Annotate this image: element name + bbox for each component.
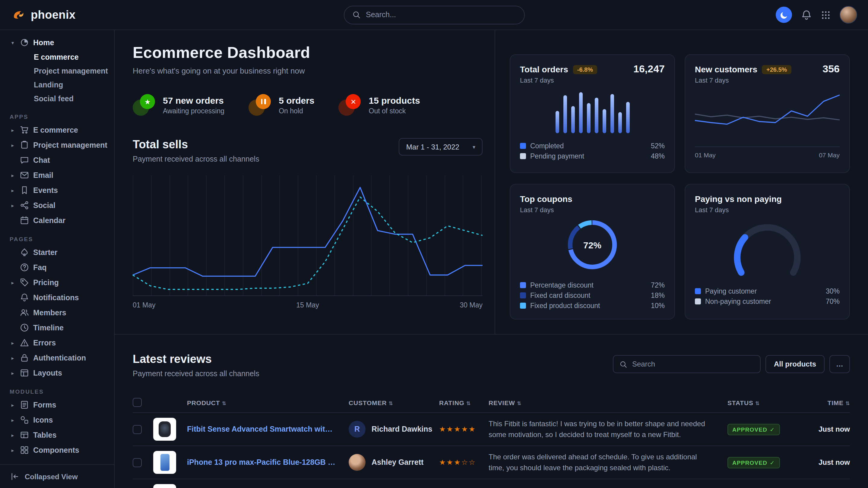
table-row: Fitbit Sense Advanced Smartwatch with To…: [133, 413, 850, 446]
sidebar-item-tables[interactable]: ▸Tables: [5, 427, 109, 443]
clock-icon: [20, 323, 29, 332]
theme-toggle-button[interactable]: [776, 7, 792, 23]
sidebar-item-forms[interactable]: ▸Forms: [5, 397, 109, 412]
status-badge: APPROVED ✓: [727, 424, 780, 435]
spade-icon: [20, 248, 29, 257]
sidebar-item-label: Forms: [33, 400, 56, 409]
sidebar-item-social[interactable]: ▸Social: [5, 198, 109, 213]
sidebar-item-pricing[interactable]: ▸Pricing: [5, 275, 109, 290]
sidebar-item-members[interactable]: Members: [5, 305, 109, 320]
total-orders-badge: -6.8%: [573, 65, 597, 74]
order-stats: ★57 new ordersAwaiting processing5 order…: [133, 93, 483, 116]
stat-value: 5 orders: [279, 95, 314, 105]
users-icon: [20, 308, 29, 317]
date-range-value: Mar 1 - 31, 2022: [406, 142, 459, 151]
sidebar-item-social-feed[interactable]: Social feed: [5, 92, 109, 105]
column-header-time[interactable]: TIME⇅: [803, 399, 850, 406]
sidebar-item-e-commerce[interactable]: ▸E commerce: [5, 122, 109, 137]
apps-grid-icon[interactable]: [821, 10, 831, 20]
sidebar-item-chat[interactable]: Chat: [5, 153, 109, 168]
notifications-bell-icon[interactable]: [801, 9, 812, 20]
sidebar-item-layouts[interactable]: ▸Layouts: [5, 365, 109, 380]
new-customers-card: New customers +26.5% Last 7 days 356 01 …: [685, 54, 850, 173]
sidebar-item-calendar[interactable]: Calendar: [5, 213, 109, 228]
global-search[interactable]: [343, 5, 525, 24]
legend-label: Pending payment: [530, 152, 584, 159]
review-time: Just now: [803, 425, 850, 433]
column-header-rating[interactable]: RATING⇅: [439, 399, 489, 406]
sidebar-item-icons[interactable]: ▸Icons: [5, 412, 109, 427]
donut-center-label: 72%: [565, 217, 620, 272]
reviews-search-input[interactable]: [632, 360, 754, 368]
column-header-customer[interactable]: CUSTOMER⇅: [349, 399, 439, 406]
star-icon: ★: [140, 94, 155, 109]
sidebar-item-email[interactable]: ▸Email: [5, 168, 109, 183]
sidebar-item-label: Faq: [33, 263, 46, 271]
sidebar-item-landing[interactable]: Landing: [5, 78, 109, 92]
review-text: This Fitbit is fantastic! I was trying t…: [489, 418, 727, 440]
sidebar-item-label: Notifications: [33, 293, 79, 302]
stat-caption: Awaiting processing: [163, 107, 224, 115]
sidebar-item-notifications[interactable]: Notifications: [5, 290, 109, 305]
product-link[interactable]: iPhone 13 pro max-Pacific Blue-128GB sto…: [187, 458, 349, 466]
latest-reviews-header: Latest reviews Payment received across a…: [133, 353, 850, 378]
caret-icon: ▸: [10, 447, 16, 453]
caret-icon: ▸: [10, 172, 16, 178]
more-actions-button[interactable]: …: [829, 355, 850, 373]
stat-text: 57 new ordersAwaiting processing: [163, 95, 224, 115]
date-range-select[interactable]: Mar 1 - 31, 2022 ▾: [399, 138, 483, 156]
sidebar-item-events[interactable]: ▸Events: [5, 183, 109, 198]
product-link[interactable]: Fitbit Sense Advanced Smartwatch with To…: [187, 425, 349, 433]
new-customers-value: 356: [823, 63, 840, 75]
column-header-product[interactable]: PRODUCT⇅: [187, 399, 349, 406]
gauge-chart: [728, 218, 806, 279]
sidebar-item-timeline[interactable]: Timeline: [5, 320, 109, 335]
column-header-review[interactable]: REVIEW⇅: [489, 399, 727, 406]
sort-icon: ⇅: [222, 400, 226, 406]
sidebar-item-home[interactable]: ▾Home: [5, 35, 109, 50]
reviews-search[interactable]: [613, 355, 761, 373]
brand[interactable]: phoenix: [11, 7, 76, 22]
user-avatar[interactable]: [840, 6, 857, 24]
paying-gauge-chart: [728, 218, 806, 279]
legend-value: 48%: [651, 152, 665, 159]
row-checkbox[interactable]: [133, 458, 142, 467]
search-input[interactable]: [366, 10, 516, 19]
sidebar-item-e-commerce[interactable]: E commerce: [5, 50, 109, 64]
total-orders-bar-chart: [520, 90, 665, 133]
caret-icon: ▸: [10, 340, 16, 346]
select-all-checkbox[interactable]: [133, 398, 142, 407]
sidebar-item-project-management[interactable]: ▸Project management: [5, 137, 109, 153]
collapsed-view-toggle[interactable]: Collapsed View: [0, 464, 114, 488]
sidebar-item-faq[interactable]: Faq: [5, 260, 109, 275]
legend-swatch: [695, 288, 701, 294]
phone-image: [160, 454, 169, 471]
modules-section-label: MODULES: [5, 388, 109, 395]
table-cell: [153, 418, 187, 441]
sidebar-item-authentication[interactable]: ▸Authentication: [5, 350, 109, 365]
top-coupons-period: Last 7 days: [520, 206, 665, 214]
calendar-icon: [20, 216, 29, 225]
sidebar-item-project-management[interactable]: Project management: [5, 64, 109, 78]
legend-value: 52%: [651, 142, 665, 149]
bar: [555, 110, 559, 133]
column-header-status[interactable]: STATUS⇅: [727, 399, 803, 406]
sidebar-item-components[interactable]: ▸Components: [5, 443, 109, 458]
stat-value: 15 products: [369, 95, 420, 105]
question-icon: [20, 263, 29, 272]
all-products-button[interactable]: All products: [766, 355, 825, 373]
table-cell: [133, 457, 153, 468]
sidebar-item-label: Tables: [33, 431, 56, 439]
new-customers-chart: [695, 89, 840, 142]
check-icon: ✓: [770, 459, 775, 466]
sidebar-item-label: Social: [33, 201, 56, 209]
legend-value: 18%: [651, 291, 665, 299]
rating-stars: ★★★★★: [439, 425, 489, 433]
row-checkbox[interactable]: [133, 425, 142, 434]
sidebar-item-errors[interactable]: ▸Errors: [5, 335, 109, 350]
lock-icon: [20, 353, 29, 362]
total-orders-legend: Completed52%Pending payment48%: [520, 140, 665, 161]
caret-icon: ▸: [10, 187, 16, 193]
sidebar-item-starter[interactable]: Starter: [5, 245, 109, 260]
top-coupons-donut-chart: 72%: [565, 217, 620, 272]
